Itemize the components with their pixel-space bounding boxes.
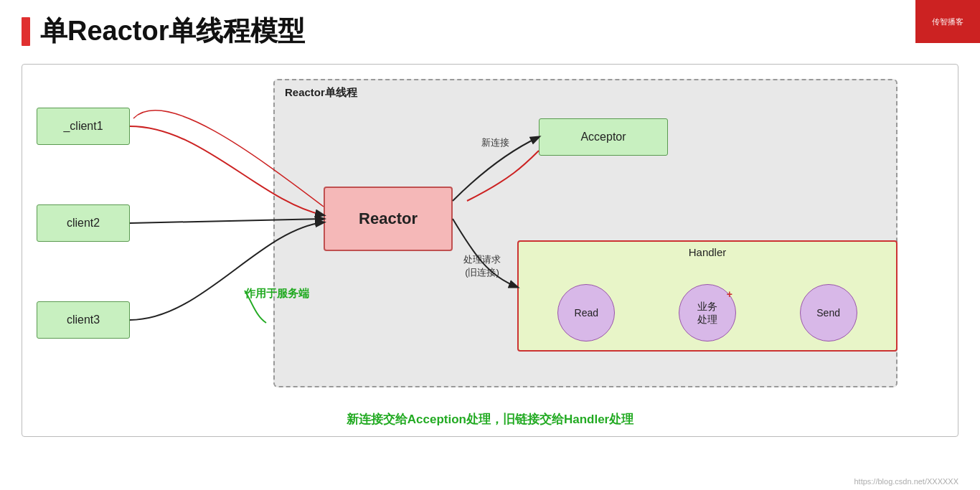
page-title: 单Reactor单线程模型: [40, 13, 306, 50]
diagram-wrapper: Reactor单线程 _client1 client2 client3 Reac…: [22, 64, 958, 437]
bottom-caption: 新连接交给Acception处理，旧链接交给Handler处理: [347, 411, 633, 428]
client2-label: client2: [67, 217, 100, 230]
client1-label: _client1: [63, 120, 103, 133]
logo-box: 传智播客: [915, 0, 980, 43]
title-icon: [22, 17, 30, 46]
logo-text: 传智播客: [932, 17, 963, 27]
client3-box: client3: [37, 301, 130, 339]
acceptor-label: Acceptor: [580, 131, 626, 143]
read-circle: Read: [557, 284, 615, 341]
process-circle: + 业务处理: [679, 284, 736, 341]
reactor-zone-label: Reactor单线程: [285, 86, 357, 100]
client3-label: client3: [67, 314, 100, 326]
green-annotation: 作用于服务端: [245, 287, 309, 301]
watermark: https://blog.csdn.net/XXXXXX: [854, 477, 958, 486]
handler-circles: Read + 业务处理 Send: [526, 284, 889, 341]
handler-label: Handler: [519, 246, 896, 258]
read-label: Read: [575, 306, 598, 319]
reactor-box: Reactor: [324, 187, 453, 251]
client1-box: _client1: [37, 108, 130, 145]
handler-box: Handler Read + 业务处理 Send: [517, 240, 897, 352]
client2-box: client2: [37, 204, 130, 242]
send-label: Send: [816, 306, 840, 319]
old-connection-label: 处理请求 (旧连接): [463, 242, 501, 279]
process-plus: +: [727, 288, 732, 301]
acceptor-box: Acceptor: [539, 118, 668, 156]
send-circle: Send: [800, 284, 857, 341]
new-connection-label: 新连接: [481, 136, 509, 149]
process-label: 业务处理: [697, 300, 717, 326]
reactor-label: Reactor: [359, 209, 418, 228]
header: 单Reactor单线程模型 传智播客: [0, 0, 980, 57]
